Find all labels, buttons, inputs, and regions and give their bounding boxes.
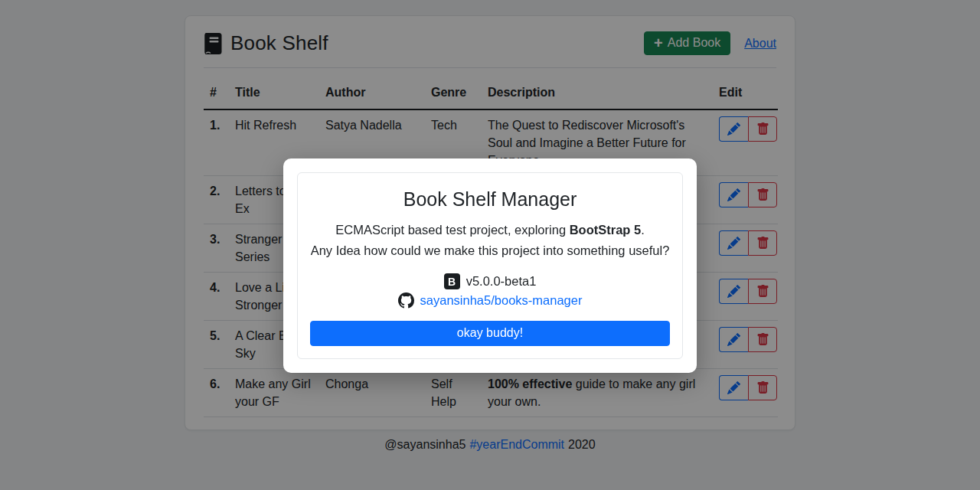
modal-title: Book Shelf Manager — [310, 188, 670, 211]
about-modal: Book Shelf Manager ECMAScript based test… — [283, 158, 697, 373]
repo-row: sayansinha5/books-manager — [310, 292, 670, 309]
about-modal-body: Book Shelf Manager ECMAScript based test… — [297, 172, 683, 359]
repo-link[interactable]: sayansinha5/books-manager — [420, 293, 583, 308]
bootstrap-logo-icon: B — [444, 273, 460, 289]
version-row: B v5.0.0-beta1 — [310, 273, 670, 289]
github-logo-icon — [398, 292, 414, 309]
okay-button[interactable]: okay buddy! — [310, 321, 670, 346]
version-label: v5.0.0-beta1 — [466, 274, 537, 289]
modal-description: ECMAScript based test project, exploring… — [310, 220, 670, 261]
